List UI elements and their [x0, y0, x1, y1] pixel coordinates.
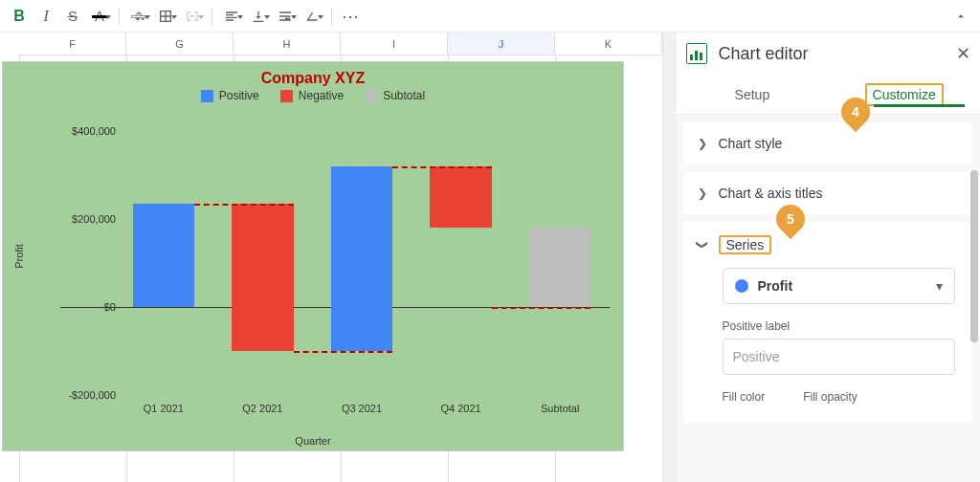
section-series: ❯ Series 5 Profit ▾ Positive label Fill … [684, 222, 973, 423]
tab-customize-label: Customize [865, 83, 944, 106]
col-header[interactable]: H [234, 33, 341, 55]
merge-cells-button[interactable] [179, 3, 206, 30]
chart-editor-panel: Chart editor ✕ Setup Customize 4 ❯ Chart… [677, 33, 981, 482]
fill-opacity-label: Fill opacity [803, 390, 858, 404]
chevron-right-icon: ❯ [694, 186, 711, 200]
x-tick-label: Q4 2021 [412, 403, 511, 414]
section-label: Series [719, 235, 772, 254]
collapse-toolbar-button[interactable] [947, 3, 974, 30]
panel-header: Chart editor ✕ [677, 33, 981, 75]
tab-setup[interactable]: Setup [677, 87, 829, 102]
x-tick-label: Q2 2021 [213, 403, 313, 414]
panel-scroll-thumb[interactable] [970, 170, 978, 342]
section-label: Chart & axis titles [719, 186, 823, 201]
close-panel-button[interactable]: ✕ [956, 43, 970, 64]
legend-label: Subtotal [383, 89, 425, 102]
chevron-up-icon [954, 10, 968, 23]
bold-button[interactable]: B [6, 3, 33, 30]
panel-scroll-track[interactable] [969, 75, 980, 482]
spreadsheet-area: F G H I J K Company XYZ Positive Negativ… [0, 33, 663, 482]
y-tick-label: $200,000 [62, 213, 116, 225]
chart-plot-area: -$200,000$0$200,000$400,000Q1 2021Q2 202… [60, 131, 610, 395]
legend-label: Negative [299, 89, 344, 102]
y-tick-label: $400,000 [62, 125, 116, 137]
h-align-button[interactable] [218, 3, 245, 30]
column-headers: F G H I J K [0, 33, 662, 55]
caret-down-icon: ▾ [936, 278, 943, 294]
col-header[interactable]: I [341, 33, 448, 55]
series-selector[interactable]: Profit ▾ [723, 268, 956, 304]
section-head-axis-titles[interactable]: ❯ Chart & axis titles [684, 172, 973, 214]
chart-title: Company XYZ [3, 62, 623, 89]
fill-color-button[interactable] [125, 3, 152, 30]
borders-icon [158, 9, 173, 24]
positive-label-field-label: Positive label [723, 319, 956, 333]
section-head-series[interactable]: ❯ Series [684, 222, 973, 268]
panel-title: Chart editor [719, 44, 809, 64]
wrap-button[interactable] [272, 3, 299, 30]
y-tick-label: -$200,000 [62, 389, 116, 401]
x-tick-label: Q1 2021 [114, 403, 213, 414]
waterfall-bar [331, 166, 392, 351]
col-header[interactable]: J [448, 33, 555, 55]
section-chart-style: ❯ Chart style [684, 122, 973, 164]
rotate-icon [304, 9, 320, 24]
legend-label: Positive [219, 89, 259, 102]
section-chart-axis-titles: ❯ Chart & axis titles [684, 172, 973, 214]
strikethrough-button[interactable]: S [59, 3, 86, 30]
italic-button[interactable]: I [33, 3, 59, 30]
series-color-swatch [735, 279, 748, 293]
spreadsheet-grid[interactable]: Company XYZ Positive Negative Subtotal P… [0, 55, 662, 482]
waterfall-bar [133, 204, 194, 307]
panel-sections[interactable]: ❯ Chart style ❯ Chart & axis titles ❯ Se… [677, 115, 981, 482]
embedded-chart[interactable]: Company XYZ Positive Negative Subtotal P… [2, 61, 624, 451]
borders-button[interactable] [152, 3, 179, 30]
text-color-button[interactable]: A [86, 3, 113, 30]
section-label: Chart style [719, 136, 783, 151]
format-toolbar: B I S A ⋯ [0, 0, 980, 33]
section-head-chart-style[interactable]: ❯ Chart style [684, 122, 973, 164]
fill-color-label: Fill color [723, 390, 766, 404]
chart-legend: Positive Negative Subtotal [3, 89, 623, 106]
chart-icon [686, 43, 707, 64]
waterfall-bar [232, 204, 293, 351]
waterfall-bar [430, 166, 491, 228]
y-axis-label: Profit [13, 244, 25, 269]
valign-bottom-icon [251, 9, 266, 24]
series-selected-label: Profit [758, 278, 793, 294]
chevron-right-icon: ❯ [694, 137, 711, 150]
x-tick-label: Q3 2021 [312, 403, 412, 414]
col-header[interactable]: K [555, 33, 662, 55]
merge-icon [185, 9, 200, 24]
align-left-icon [224, 9, 239, 24]
vertical-scrollbar[interactable] [663, 33, 677, 482]
rotate-button[interactable] [299, 3, 325, 30]
x-axis-label: Quarter [295, 435, 330, 447]
more-button[interactable]: ⋯ [338, 3, 365, 30]
positive-label-input[interactable] [723, 339, 956, 375]
wrap-icon [278, 9, 293, 24]
x-tick-label: Subtotal [510, 403, 610, 414]
col-header[interactable]: G [126, 33, 234, 55]
v-align-button[interactable] [245, 3, 272, 30]
panel-tabs: Setup Customize [677, 75, 981, 115]
chevron-down-icon: ❯ [696, 236, 709, 253]
waterfall-bar [529, 228, 590, 307]
col-header[interactable]: F [19, 33, 126, 55]
